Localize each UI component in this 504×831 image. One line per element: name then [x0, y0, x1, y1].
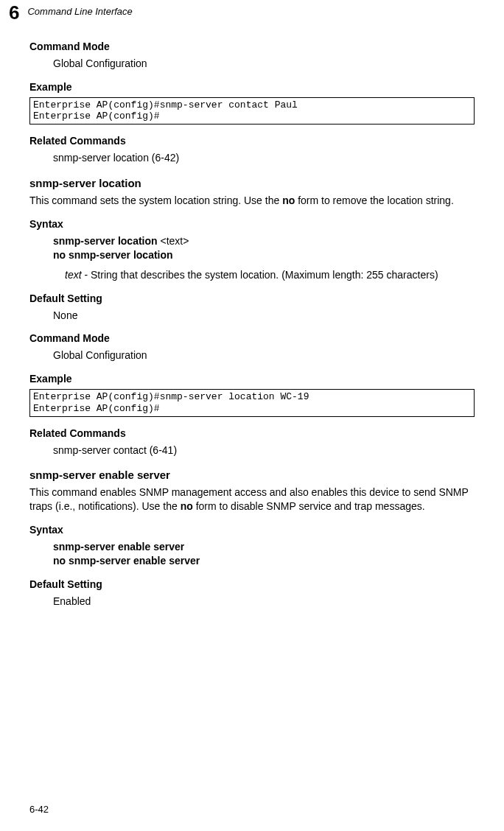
example-code-block: Enterprise AP(config)#snmp-server contac…	[29, 97, 475, 125]
syntax-bold: no snmp-server enable server	[53, 555, 200, 567]
heading-example: Example	[29, 81, 475, 93]
heading-command-mode: Command Mode	[29, 332, 475, 344]
syntax-line: snmp-server location <text>	[53, 234, 475, 248]
syntax-bold: no snmp-server location	[53, 249, 173, 261]
command-title-enable-server: snmp-server enable server	[29, 469, 475, 481]
syntax-arg: <text>	[161, 235, 189, 247]
heading-syntax: Syntax	[29, 524, 475, 536]
default-setting-value: Enabled	[53, 595, 475, 609]
related-commands-value: snmp-server location (6-42)	[53, 151, 475, 165]
syntax-line: snmp-server enable server	[53, 540, 475, 554]
page-header: 6 Command Line Interface	[29, 0, 475, 22]
syntax-line: no snmp-server location	[53, 248, 475, 262]
desc-text: This command sets the system location st…	[29, 194, 282, 206]
syntax-block: snmp-server enable server no snmp-server…	[53, 540, 475, 568]
page: 6 Command Line Interface Command Mode Gl…	[0, 0, 504, 831]
heading-example: Example	[29, 373, 475, 385]
command-desc-enable-server: This command enables SNMP management acc…	[29, 485, 475, 513]
heading-related-commands: Related Commands	[29, 427, 475, 439]
arg-desc-text: - String that describes the system locat…	[82, 269, 438, 281]
syntax-bold: snmp-server location	[53, 235, 161, 247]
heading-default-setting: Default Setting	[29, 578, 475, 590]
desc-text: form to remove the location string.	[295, 194, 454, 206]
arg-name-italic: text	[65, 269, 82, 281]
chapter-number: 6	[9, 3, 18, 22]
example-code-block: Enterprise AP(config)#snmp-server locati…	[29, 389, 475, 416]
syntax-arg-desc: text - String that describes the system …	[65, 268, 475, 282]
related-commands-value: snmp-server contact (6-41)	[53, 443, 475, 457]
heading-related-commands: Related Commands	[29, 135, 475, 147]
heading-default-setting: Default Setting	[29, 292, 475, 304]
command-title-location: snmp-server location	[29, 177, 475, 189]
command-mode-value: Global Configuration	[53, 57, 475, 71]
default-setting-value: None	[53, 309, 475, 323]
heading-command-mode: Command Mode	[29, 41, 475, 52]
syntax-block: snmp-server location <text> no snmp-serv…	[53, 234, 475, 262]
syntax-bold: snmp-server enable server	[53, 541, 184, 553]
desc-text: form to disable SNMP service and trap me…	[193, 500, 425, 512]
page-number: 6-42	[29, 804, 49, 815]
command-desc-location: This command sets the system location st…	[29, 194, 475, 208]
command-mode-value: Global Configuration	[53, 348, 475, 362]
heading-syntax: Syntax	[29, 218, 475, 230]
syntax-line: no snmp-server enable server	[53, 554, 475, 568]
desc-bold-no: no	[282, 194, 295, 206]
desc-bold-no: no	[181, 500, 193, 512]
running-head: Command Line Interface	[27, 6, 132, 17]
